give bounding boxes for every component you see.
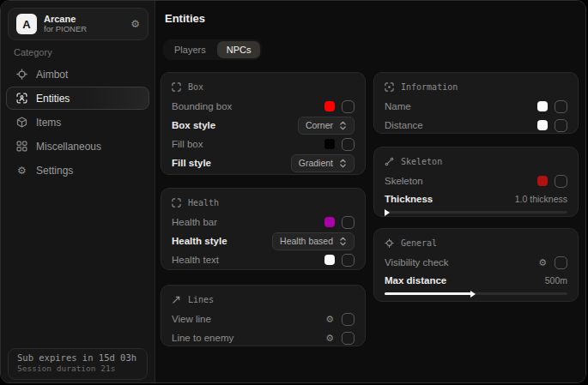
app-name: Arcane [44, 14, 87, 25]
fill-box-checkbox[interactable] [342, 138, 355, 151]
scan-brackets-icon [172, 198, 181, 208]
tab-npcs[interactable]: NPCs [217, 41, 261, 58]
setting-label: Max distance [385, 275, 545, 286]
skeleton-checkbox[interactable] [555, 175, 567, 188]
visibility-check-checkbox[interactable] [555, 256, 567, 269]
setting-row: Distance [385, 116, 567, 135]
sidebar-item-entities[interactable]: Entities [6, 87, 149, 110]
sidebar-nav: Aimbot Entities Items [6, 63, 149, 183]
health-text-checkbox[interactable] [342, 254, 355, 267]
sidebar-item-aimbot[interactable]: Aimbot [6, 63, 149, 86]
bone-icon [385, 157, 394, 166]
slider-handle[interactable] [385, 209, 390, 216]
color-swatch[interactable] [537, 176, 548, 186]
diagonal-line-icon [172, 295, 181, 304]
setting-label: Fill style [172, 158, 291, 168]
thickness-slider[interactable] [385, 211, 567, 214]
crosshair-icon [16, 69, 27, 80]
sidebar-item-label: Miscellaneous [36, 141, 101, 153]
health-bar-checkbox[interactable] [342, 216, 355, 229]
name-checkbox[interactable] [555, 100, 567, 113]
setting-label: Line to enemy [172, 333, 325, 343]
setting-label: Skeleton [385, 176, 537, 186]
health-style-dropdown[interactable]: Health based [272, 232, 355, 250]
bounding-box-checkbox[interactable] [342, 100, 355, 113]
chevron-selector-icon [339, 121, 347, 130]
setting-label: Box style [172, 120, 298, 130]
general-card: General Visibility check ⚙ Max distance … [373, 228, 579, 302]
setting-label: View line [172, 314, 325, 324]
main-content: Entities Players NPCs Box Bounding box [156, 1, 585, 382]
package-icon [16, 117, 27, 128]
view-line-options-gear-icon[interactable]: ⚙ [325, 315, 334, 324]
fill-style-dropdown[interactable]: Gradient [291, 154, 355, 172]
max-distance-value: 500m [545, 275, 567, 286]
setting-row: Line to enemy ⚙ [172, 328, 355, 347]
setting-label: Health style [172, 236, 272, 246]
sub-expiry-text: Sub expires in 15d 03h [17, 352, 138, 363]
sidebar: A Arcane for PIONER ⚙ Category Aimbot [1, 1, 155, 382]
session-duration-text: Session duration 21s [17, 364, 138, 373]
setting-row: Fill style Gradient [172, 153, 355, 172]
chevron-selector-icon [339, 159, 347, 168]
app-title-block: Arcane for PIONER [44, 14, 87, 34]
crosshair-dot-icon [385, 238, 394, 248]
setting-row: Bounding box [172, 97, 355, 116]
sidebar-item-label: Items [36, 117, 61, 129]
sidebar-item-miscellaneous[interactable]: Miscellaneous [6, 135, 149, 158]
tab-players[interactable]: Players [165, 41, 215, 58]
category-label: Category [14, 47, 52, 57]
card-title: Health [188, 198, 219, 208]
view-line-checkbox[interactable] [342, 313, 355, 326]
setting-row: Fill box [172, 135, 355, 153]
subscription-info-card: Sub expires in 15d 03h Session duration … [8, 348, 148, 380]
settings-gear-icon[interactable]: ⚙ [130, 18, 140, 30]
box-card-header: Box [172, 81, 355, 93]
line-to-enemy-options-gear-icon[interactable]: ⚙ [325, 334, 334, 343]
color-swatch[interactable] [537, 101, 548, 111]
setting-label: Health bar [172, 217, 324, 227]
setting-label: Name [385, 101, 537, 111]
sidebar-item-items[interactable]: Items [6, 111, 149, 134]
setting-row: Visibility check ⚙ [385, 253, 567, 272]
setting-label: Fill box [172, 139, 324, 149]
entity-scan-icon [385, 82, 394, 92]
slider-header-row: Max distance 500m [385, 272, 567, 288]
slider-handle[interactable] [470, 291, 476, 298]
card-title: General [401, 238, 437, 248]
color-swatch[interactable] [324, 101, 335, 111]
distance-checkbox[interactable] [555, 119, 567, 132]
thickness-value: 1.0 thickness [515, 194, 567, 204]
scan-brackets-icon [172, 82, 181, 92]
color-swatch[interactable] [324, 255, 335, 265]
lines-card-header: Lines [172, 293, 355, 305]
app-logo: A [16, 14, 37, 34]
health-card-header: Health [172, 196, 355, 208]
line-to-enemy-checkbox[interactable] [342, 332, 355, 345]
setting-row: Health bar [172, 213, 355, 232]
color-swatch[interactable] [537, 120, 548, 130]
sidebar-item-label: Entities [36, 93, 70, 105]
sidebar-item-settings[interactable]: ⚙ Settings [6, 159, 149, 182]
sidebar-item-label: Aimbot [36, 69, 68, 81]
sidebar-item-label: Settings [36, 165, 73, 177]
skeleton-card-header: Skeleton [385, 155, 567, 167]
chevron-selector-icon [339, 237, 347, 246]
box-style-dropdown[interactable]: Corner [298, 117, 355, 135]
app-header-card: A Arcane for PIONER ⚙ [8, 8, 149, 40]
app-subtitle: for PIONER [44, 25, 87, 34]
slider-header-row: Thickness 1.0 thickness [385, 190, 567, 207]
dropdown-value: Gradient [299, 158, 333, 168]
setting-label: Bounding box [172, 101, 324, 111]
visibility-check-options-gear-icon[interactable]: ⚙ [538, 258, 547, 268]
dropdown-value: Health based [280, 236, 333, 246]
max-distance-slider[interactable] [385, 292, 567, 295]
setting-label: Health text [172, 255, 324, 265]
slider-fill [385, 292, 472, 295]
color-swatch[interactable] [324, 139, 335, 149]
box-card: Box Bounding box Box style Corner Fill b… [161, 72, 366, 175]
page-title: Entities [165, 12, 205, 25]
app-window: A Arcane for PIONER ⚙ Category Aimbot [0, 0, 586, 383]
setting-row: Health text [172, 250, 355, 269]
color-swatch[interactable] [324, 217, 335, 227]
